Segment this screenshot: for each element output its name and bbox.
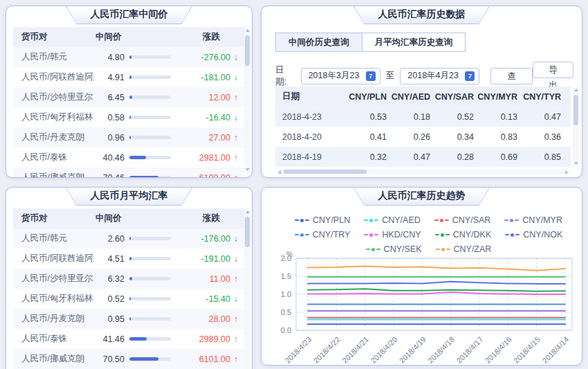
legend-marker-icon — [366, 248, 380, 251]
change-value: 11.00 — [210, 274, 230, 284]
calendar-icon[interactable]: 7 — [465, 71, 475, 81]
legend-label: CNY/AED — [382, 215, 421, 225]
col-header-tyr: CNY/TYR — [517, 92, 561, 102]
panel-title-tab: 人民币月平均汇率 — [66, 187, 193, 206]
arrow-up-icon: ↑ — [234, 354, 238, 364]
svg-text:2018/4/22: 2018/4/22 — [312, 335, 342, 365]
vertical-scrollbar[interactable] — [244, 27, 250, 173]
arrow-down-icon: ↓ — [234, 113, 238, 123]
pair-label: 人民币/丹麦克朗 — [21, 313, 94, 325]
price-minibar-fill — [129, 357, 158, 361]
arrow-up-icon: ↑ — [234, 314, 238, 324]
price-minibar-fill — [129, 176, 158, 178]
price-minibar — [129, 257, 171, 260]
svg-text:1.0: 1.0 — [281, 290, 291, 298]
date-from-input[interactable]: 2018年3月23 7 — [301, 68, 380, 84]
svg-text:2018/4/16: 2018/4/16 — [484, 335, 513, 365]
table-row: 人民币/匈牙利福林0.52-15.40↓ — [13, 289, 245, 309]
col-header-pln: CNY/PLN — [343, 92, 387, 102]
price-value: 0.95 — [94, 314, 125, 324]
pair-label: 人民币/沙特里亚尔 — [21, 91, 94, 103]
arrow-up-icon: ↑ — [234, 93, 238, 102]
price-cell: 0.58 — [94, 113, 173, 123]
svg-text:2018/4/14: 2018/4/14 — [540, 335, 570, 365]
date-to-input[interactable]: 2018年4月23 7 — [400, 68, 479, 84]
pair-label: 人民币/沙特里亚尔 — [21, 273, 94, 285]
vertical-scrollbar[interactable] — [244, 208, 250, 369]
value-cell: 0.18 — [387, 112, 430, 122]
legend-item-cny-try[interactable]: CNY/TRY — [295, 230, 351, 240]
monthly-avg-table: 货币对 中间价 涨跌 人民币/韩元2.60-176.00↓人民币/阿联酋迪阿姆4… — [13, 208, 245, 369]
series-line-cny-zar — [308, 266, 565, 270]
legend-marker-icon — [364, 219, 378, 222]
date-cell: 2018-4-20 — [282, 132, 343, 142]
price-minibar — [129, 277, 171, 280]
legend-item-cny-dkk[interactable]: CNY/DKK — [435, 230, 492, 240]
tab-mid-price-history[interactable]: 中间价历史查询 — [275, 33, 362, 52]
trend-chart-svg: %0.00.51.01.52.02018/4/232018/4/222018/4… — [267, 251, 578, 365]
arrow-up-icon: ↑ — [234, 133, 238, 143]
calendar-icon[interactable]: 7 — [366, 71, 376, 81]
price-cell: 2.60 — [94, 234, 173, 244]
query-button[interactable]: 查询 — [490, 68, 532, 84]
change-value: -16.40 — [206, 113, 230, 123]
price-minibar — [129, 337, 171, 341]
price-cell: 0.52 — [94, 294, 173, 304]
svg-text:2018/4/19: 2018/4/19 — [398, 335, 428, 365]
legend-item-cny-aed[interactable]: CNY/AED — [364, 215, 421, 225]
scrollbar-thumb[interactable] — [245, 217, 250, 247]
scrollbar-thumb[interactable] — [245, 35, 250, 66]
value-cell: 0.85 — [517, 152, 561, 162]
arrow-down-icon: ↓ — [234, 254, 238, 264]
vertical-scrollbar[interactable] — [573, 87, 579, 167]
scroll-right-icon[interactable] — [565, 170, 568, 174]
svg-text:2018/4/21: 2018/4/21 — [340, 335, 370, 365]
price-minibar-fill — [129, 136, 131, 139]
table-header-row: 日期 CNY/PLN CNY/AED CNY/SAR CNY/MYR CNY/T… — [275, 87, 571, 107]
change-cell: 27.00↑ — [173, 133, 238, 143]
value-cell: 0.69 — [474, 152, 517, 162]
price-cell: 4.51 — [94, 254, 173, 264]
table-row: 2018-4-200.410.260.340.830.36 — [275, 127, 571, 147]
col-header-sar: CNY/SAR — [430, 92, 474, 102]
arrow-down-icon: ↓ — [234, 53, 238, 62]
legend-item-hkd-cny[interactable]: HKD/CNY — [364, 230, 421, 240]
legend-item-cny-sar[interactable]: CNY/SAR — [434, 215, 491, 225]
price-minibar-fill — [129, 55, 131, 59]
scroll-up-icon[interactable] — [246, 29, 250, 32]
tab-monthly-avg-history[interactable]: 月平均汇率历史查询 — [362, 33, 466, 52]
legend-marker-icon — [295, 233, 309, 237]
legend-item-cny-nok[interactable]: CNY/NOK — [505, 230, 562, 240]
change-value: -276.00 — [201, 53, 230, 62]
panel-title: 人民币汇率历史趋势 — [353, 187, 490, 204]
export-button[interactable]: 导出 — [533, 62, 573, 78]
scroll-down-icon[interactable] — [574, 162, 578, 165]
col-header-change: 涨跌 — [173, 213, 238, 224]
scrollbar-thumb[interactable] — [573, 95, 578, 125]
legend-label: CNY/SAR — [452, 215, 491, 225]
price-cell: 40.46 — [94, 153, 173, 163]
scroll-up-icon[interactable] — [574, 89, 578, 91]
scrollbar-thumb[interactable] — [284, 170, 367, 174]
price-value: 0.96 — [94, 133, 125, 143]
scroll-left-icon[interactable] — [278, 170, 281, 174]
price-cell: 70.50 — [94, 354, 173, 364]
horizontal-scrollbar[interactable] — [277, 169, 569, 174]
scroll-up-icon[interactable] — [246, 210, 250, 213]
price-minibar-fill — [129, 277, 132, 280]
legend-item-cny-pln[interactable]: CNY/PLN — [295, 215, 350, 225]
price-cell: 41.46 — [94, 334, 173, 344]
pair-label: 人民币/泰铢 — [21, 333, 94, 345]
pair-label: 人民币/挪威克朗 — [21, 172, 94, 178]
svg-text:0.0: 0.0 — [281, 326, 291, 334]
value-cell: 0.26 — [387, 132, 430, 142]
price-value: 0.58 — [94, 113, 125, 123]
change-cell: 2989.00↑ — [173, 334, 238, 344]
change-cell: -16.40↓ — [173, 113, 238, 123]
date-to-value: 2018年4月23 — [407, 70, 459, 82]
scroll-down-icon[interactable] — [246, 168, 250, 171]
arrow-up-icon: ↑ — [234, 153, 238, 163]
change-value: 28.00 — [209, 314, 230, 324]
legend-item-cny-myr[interactable]: CNY/MYR — [504, 215, 562, 225]
monthly-avg-rows: 人民币/韩元2.60-176.00↓人民币/阿联酋迪阿姆4.51-191.00↓… — [13, 228, 245, 369]
